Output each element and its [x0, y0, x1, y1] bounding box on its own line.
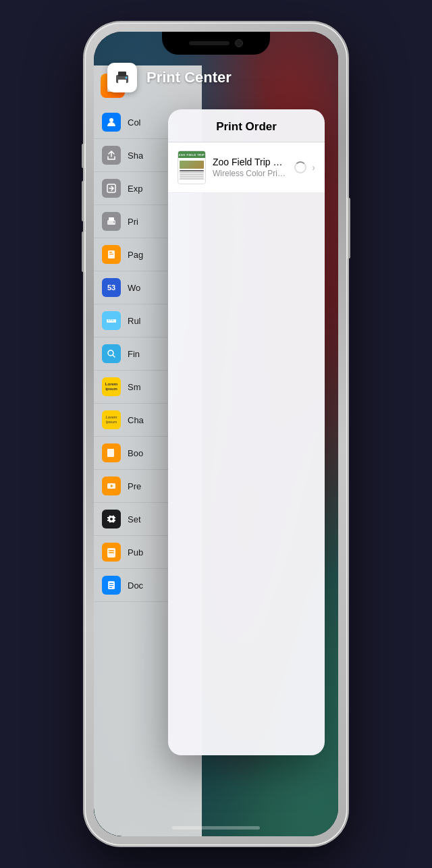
thumb-line-5	[180, 178, 204, 180]
svg-rect-26	[109, 583, 113, 584]
print-job-row[interactable]: ZOO FIELD TRIP Zoo Field Trip Permission…	[168, 142, 325, 193]
header-title: Print Center	[146, 69, 232, 86]
job-title: Zoo Field Trip Permission Form	[213, 157, 288, 167]
phone-frame: Col Sha Exp	[84, 22, 348, 846]
boo-icon	[102, 443, 121, 462]
svg-point-5	[109, 118, 113, 122]
exp-icon	[102, 179, 121, 198]
svg-rect-30	[118, 72, 126, 76]
job-thumbnail: ZOO FIELD TRIP	[178, 151, 206, 184]
rul-icon	[102, 311, 121, 330]
menu-boo-label: Boo	[128, 448, 143, 458]
thumb-line-3	[180, 174, 204, 175]
menu-sha-label: Sha	[128, 151, 143, 161]
svg-rect-12	[109, 254, 113, 254]
job-actions: ›	[294, 161, 315, 173]
thumb-line-2	[180, 172, 204, 173]
pre-icon	[102, 477, 121, 495]
svg-rect-31	[118, 80, 126, 84]
notch	[162, 32, 270, 55]
home-indicator[interactable]	[172, 826, 260, 830]
thumb-header: ZOO FIELD TRIP	[178, 151, 205, 158]
svg-point-9	[113, 221, 115, 223]
print-order-modal: Print Order ZOO FIELD TRIP	[168, 109, 325, 755]
phone-screen: Col Sha Exp	[94, 32, 338, 836]
svg-rect-13	[107, 319, 116, 323]
power-button[interactable]	[348, 198, 350, 259]
job-info: Zoo Field Trip Permission Form Wireless …	[213, 157, 288, 178]
menu-pre-label: Pre	[128, 481, 141, 491]
print-center-app-icon	[107, 63, 137, 92]
set-icon	[102, 510, 121, 528]
menu-cha-label: Cha	[128, 415, 144, 425]
job-subtitle: Wireless Color Printer –	[213, 169, 288, 178]
wo-icon: 53	[102, 278, 121, 297]
thumb-line-4	[180, 176, 204, 178]
svg-rect-8	[109, 217, 114, 221]
header-bar: Print Center	[94, 59, 338, 96]
loading-spinner	[294, 161, 306, 173]
sm-icon: Loremipsum	[102, 377, 121, 396]
speaker	[189, 41, 230, 45]
svg-line-18	[113, 355, 115, 357]
menu-col-label: Col	[128, 117, 141, 128]
menu-pub-label: Pub	[128, 547, 143, 558]
svg-rect-23	[109, 550, 114, 551]
menu-sm-label: Sm	[128, 382, 141, 392]
menu-fin-label: Fin	[128, 349, 140, 359]
thumb-line-1	[180, 170, 204, 171]
volume-up-button[interactable]	[82, 181, 84, 221]
thumb-image	[180, 161, 204, 169]
pri-icon	[102, 212, 121, 231]
volume-down-button[interactable]	[82, 232, 84, 272]
menu-doc-label: Doc	[128, 580, 143, 591]
svg-rect-28	[109, 587, 112, 588]
menu-rul-label: Rul	[128, 316, 141, 326]
pub-icon	[102, 543, 121, 562]
menu-wo-label: Wo	[128, 283, 140, 293]
svg-rect-11	[109, 252, 112, 253]
cha-icon: LoremIpsum	[102, 410, 121, 429]
svg-rect-27	[109, 585, 113, 586]
menu-exp-label: Exp	[128, 184, 142, 194]
sha-icon	[102, 146, 121, 165]
modal-title: Print Order	[216, 120, 277, 133]
modal-header: Print Order	[168, 109, 325, 142]
menu-pag-label: Pag	[128, 250, 143, 260]
col-icon	[102, 113, 121, 132]
printer-icon-svg	[113, 68, 132, 87]
fin-icon	[102, 344, 121, 363]
menu-set-label: Set	[128, 514, 141, 524]
svg-point-32	[126, 76, 128, 78]
svg-rect-19	[107, 449, 109, 457]
mute-button[interactable]	[82, 144, 84, 168]
doc-icon	[102, 576, 121, 595]
front-camera	[235, 39, 243, 47]
pag-icon	[102, 245, 121, 264]
chevron-right-icon[interactable]: ›	[312, 162, 315, 173]
thumb-content	[178, 158, 205, 184]
svg-rect-24	[109, 552, 114, 553]
menu-pri-label: Pri	[128, 217, 138, 227]
